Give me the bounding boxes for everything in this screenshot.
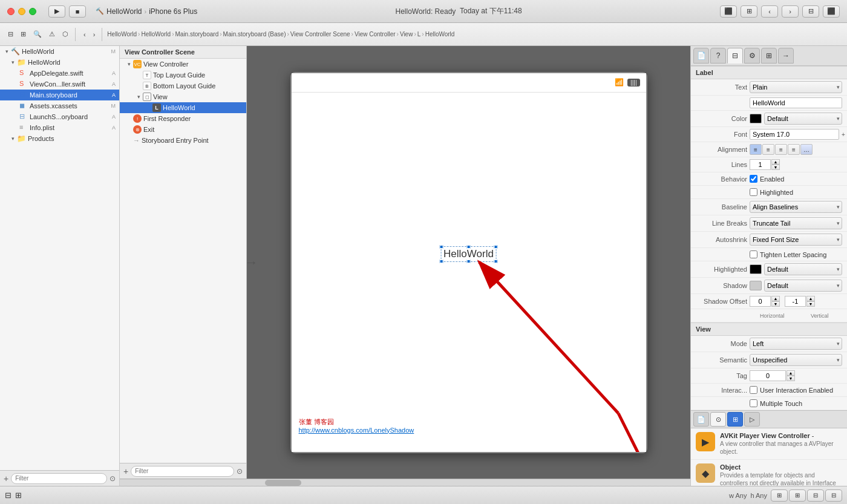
label-element[interactable]: HelloWorld — [440, 246, 497, 262]
align-center[interactable]: ≡ — [762, 144, 774, 155]
warning-btn[interactable]: ⚠ — [46, 28, 58, 41]
stop-button[interactable]: ■ — [69, 5, 86, 18]
jump-bar[interactable]: ⊞ — [18, 28, 29, 41]
highlighted-color-select[interactable]: Default — [764, 263, 842, 275]
breadcrumb-l[interactable]: L — [417, 31, 421, 38]
tab-help[interactable]: ? — [710, 48, 726, 64]
handle-br[interactable] — [494, 260, 498, 263]
forward-btn[interactable]: › — [90, 28, 99, 41]
shadow-v-up[interactable]: ▲ — [806, 296, 815, 301]
align-natural[interactable]: … — [800, 144, 813, 155]
outline-first-responder[interactable]: ▶ ! First Responder — [120, 113, 246, 124]
shadow-h-down[interactable]: ▼ — [771, 301, 780, 307]
layout-any2[interactable]: ⊟ — [825, 489, 842, 502]
tag-down[interactable]: ▼ — [786, 376, 795, 381]
filter-icon[interactable]: ⊙ — [110, 474, 116, 483]
layout-regular[interactable]: ⊞ — [789, 489, 806, 502]
zoom-in-icon[interactable]: ⊞ — [15, 491, 22, 500]
grid-view[interactable]: ⊞ — [741, 5, 757, 18]
highlighted-color-swatch[interactable] — [750, 264, 762, 274]
align-justify[interactable]: ≡ — [788, 144, 800, 155]
obj-tab-media[interactable]: ▷ — [744, 412, 760, 427]
multiple-touch-checkbox[interactable] — [750, 399, 757, 407]
play-button[interactable]: ▶ — [48, 5, 65, 18]
label-container[interactable]: HelloWorld — [440, 246, 497, 262]
sidebar-item-assets[interactable]: ◼ Assets.xcassets M — [0, 100, 119, 111]
font-stepper-up[interactable]: + — [842, 131, 845, 138]
breadcrumb-helloworld2[interactable]: HelloWorld — [141, 31, 171, 38]
split-view[interactable]: ⊟ — [802, 5, 819, 18]
handle-tr[interactable] — [494, 245, 498, 249]
navigator-icon[interactable]: ⊟ — [5, 28, 16, 41]
outline-filter-input[interactable] — [131, 466, 234, 477]
minimize-button[interactable] — [18, 8, 25, 15]
breadcrumb-main-storyboard[interactable]: Main.storyboard — [175, 31, 219, 38]
shadow-v-input[interactable] — [785, 296, 806, 307]
sidebar-item-viewcontroller[interactable]: S ViewCon...ller.swift A — [0, 79, 119, 90]
outline-exit[interactable]: ▶ ⊗ Exit — [120, 124, 246, 135]
autoshrink-select[interactable]: Fixed Font Size — [750, 234, 842, 246]
mode-select[interactable]: Left — [750, 338, 842, 350]
shadow-color-swatch[interactable] — [750, 281, 762, 290]
vc-toggle[interactable]: ▾ — [126, 61, 132, 67]
color-swatch[interactable] — [750, 114, 762, 123]
navigator-filter-input[interactable] — [11, 473, 107, 484]
obj-tab-circle[interactable]: ⊙ — [710, 412, 726, 427]
outline-entry-point[interactable]: ▶ → Storyboard Entry Point — [120, 135, 246, 146]
nav-back[interactable]: ‹ — [761, 5, 778, 18]
sidebar-item-appdelegate[interactable]: S AppDelegate.swift A — [0, 68, 119, 79]
device-name[interactable]: iPhone 6s Plus — [149, 7, 197, 16]
layout-compact[interactable]: ⊞ — [771, 489, 788, 502]
nav-forward[interactable]: › — [782, 5, 799, 18]
text-input[interactable] — [750, 97, 842, 108]
user-interaction-checkbox[interactable] — [750, 386, 757, 394]
sidebar-item-helloworld-group[interactable]: ▾ 📁 HelloWorld — [0, 57, 119, 68]
obj-tab-file[interactable]: 📄 — [693, 412, 709, 427]
breadcrumb-vc[interactable]: View Controller — [355, 31, 396, 38]
obj-avkit[interactable]: ▶ AVKit Player View Controller - A view … — [691, 428, 847, 460]
color-select[interactable]: Default — [764, 113, 842, 125]
breadcrumb-helloworld-label[interactable]: HelloWorld — [425, 31, 455, 38]
tighten-checkbox[interactable] — [750, 250, 757, 258]
handle-tl[interactable] — [439, 245, 443, 249]
filter-add-icon[interactable]: + — [4, 474, 8, 483]
tag-input[interactable] — [750, 370, 786, 381]
font-input[interactable] — [750, 129, 839, 140]
sidebar-item-launchscreen[interactable]: ⊟ LaunchS...oryboard A — [0, 111, 119, 122]
baseline-select[interactable]: Align Baselines — [750, 201, 842, 213]
outline-filter-icon[interactable]: ⊙ — [237, 467, 243, 476]
breadcrumb-view[interactable]: View — [400, 31, 413, 38]
tab-attributes[interactable]: ⚙ — [744, 48, 760, 64]
handle-bc[interactable] — [466, 260, 470, 263]
outline-bottom-layout[interactable]: ▶ B Bottom Layout Guide — [120, 80, 246, 91]
handle-bl[interactable] — [439, 260, 443, 263]
align-left[interactable]: ≡ — [750, 144, 762, 155]
search-btn[interactable]: 🔍 — [30, 28, 45, 41]
shadow-v-down[interactable]: ▼ — [806, 301, 815, 307]
tab-file[interactable]: 📄 — [693, 48, 709, 64]
tab-identity[interactable]: ⊟ — [727, 48, 743, 64]
layout-any1[interactable]: ⊟ — [807, 489, 824, 502]
line-breaks-select[interactable]: Truncate Tail — [750, 217, 842, 229]
view-toggle[interactable]: ▾ — [136, 94, 142, 100]
outline-filter-add[interactable]: + — [123, 466, 128, 476]
outline-helloworld[interactable]: ▶ L HelloWorld — [120, 102, 246, 113]
tree-toggle-helloworld[interactable]: ▾ — [4, 48, 10, 54]
shadow-select[interactable]: Default — [764, 280, 842, 292]
tree-toggle-group[interactable]: ▾ — [10, 59, 16, 65]
sidebar-toggle-left[interactable]: ⬛ — [720, 5, 737, 18]
outline-vc[interactable]: ▾ VC View Controller — [120, 59, 246, 70]
sidebar-item-main-storyboard[interactable]: ⊟ Main.storyboard A — [0, 90, 119, 100]
tab-connections[interactable]: → — [778, 48, 794, 64]
fullscreen-button[interactable] — [29, 8, 36, 15]
align-right[interactable]: ≡ — [775, 144, 787, 155]
shadow-h-up[interactable]: ▲ — [771, 296, 780, 301]
back-btn[interactable]: ‹ — [80, 28, 89, 41]
lines-stepper-down[interactable]: ▼ — [771, 165, 780, 170]
breadcrumb-helloworld[interactable]: HelloWorld — [107, 31, 137, 38]
handle-tc[interactable] — [466, 245, 470, 249]
sidebar-toggle-right[interactable]: ⬛ — [823, 5, 840, 18]
tab-size[interactable]: ⊞ — [761, 48, 777, 64]
outline-top-layout[interactable]: ▶ T Top Layout Guide — [120, 70, 246, 80]
highlighted-checkbox[interactable] — [750, 188, 757, 196]
